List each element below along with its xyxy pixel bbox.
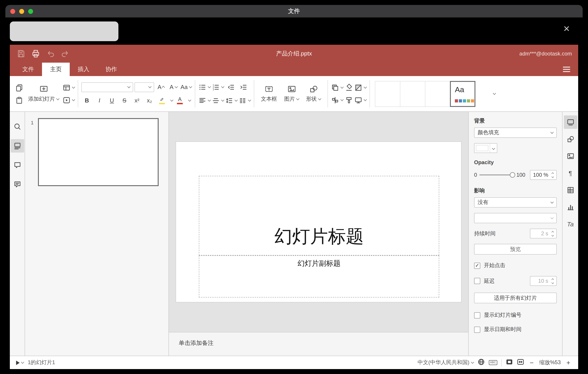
search-icon[interactable] xyxy=(10,120,24,133)
slide-settings-icon[interactable] xyxy=(564,115,577,129)
increase-font-icon[interactable]: A xyxy=(156,82,167,92)
arrange-shapes-icon[interactable] xyxy=(331,82,343,93)
bullet-list-icon[interactable] xyxy=(198,82,210,92)
background-fill-select[interactable]: 颜色填充 xyxy=(474,128,557,138)
paragraph-settings-icon[interactable]: ¶ xyxy=(564,166,577,180)
start-slideshow-icon[interactable] xyxy=(63,95,75,105)
theme-option-1[interactable] xyxy=(375,81,400,107)
comments-icon[interactable] xyxy=(10,158,24,172)
insert-image-button[interactable]: 图片 xyxy=(281,76,303,111)
maximize-window-button[interactable] xyxy=(28,9,33,14)
effect-variant-select[interactable] xyxy=(474,213,557,223)
copy-style-icon[interactable] xyxy=(343,95,354,105)
subtitle-placeholder[interactable]: 幻灯片副标题 xyxy=(199,255,439,297)
title-placeholder[interactable]: 幻灯片标题 xyxy=(199,176,439,255)
opacity-spinner[interactable]: 100 % xyxy=(530,170,557,180)
close-window-button[interactable] xyxy=(10,9,15,14)
notes-area[interactable]: 单击添加备注 xyxy=(169,332,468,356)
tab-insert[interactable]: 插入 xyxy=(70,63,97,76)
insert-shape-button[interactable]: 形状 xyxy=(303,76,324,111)
decrease-indent-icon[interactable] xyxy=(225,82,236,92)
fit-to-width-icon[interactable] xyxy=(517,358,524,367)
feedback-icon[interactable] xyxy=(10,178,24,191)
dialog-close-button[interactable]: × xyxy=(560,22,573,35)
show-date-time-checkbox[interactable] xyxy=(474,326,480,333)
color-picker-arrow-icon[interactable] xyxy=(490,143,497,153)
slide-canvas[interactable]: 幻灯片标题 幻灯片副标题 xyxy=(176,141,462,302)
delay-checkbox[interactable] xyxy=(474,278,480,284)
language-selector[interactable]: 中文(中华人民共和国) xyxy=(418,359,473,366)
slide-layout-icon[interactable] xyxy=(63,82,75,93)
zoom-level: 缩放%53 xyxy=(539,359,561,366)
tab-file[interactable]: 文件 xyxy=(14,63,42,76)
effect-select[interactable]: 没有 xyxy=(474,197,557,208)
font-color-button[interactable]: A xyxy=(174,95,185,106)
fit-to-slide-icon[interactable] xyxy=(506,358,513,367)
slides-panel-icon[interactable] xyxy=(10,139,24,153)
font-name-combo[interactable] xyxy=(81,82,133,92)
delay-spinner[interactable]: 10 s xyxy=(530,276,557,286)
shape-fill-icon[interactable] xyxy=(354,82,366,93)
print-icon[interactable] xyxy=(31,49,41,59)
highlight-color-button[interactable] xyxy=(156,95,168,106)
spinner-arrows[interactable] xyxy=(550,278,556,283)
columns-icon[interactable] xyxy=(239,95,251,106)
zoom-in-button[interactable]: + xyxy=(565,359,572,366)
slide-style-group xyxy=(354,76,366,111)
preview-button[interactable]: 预览 xyxy=(474,244,557,254)
apply-to-all-slides-button[interactable]: 适用于所有幻灯片 xyxy=(474,293,557,303)
tab-home[interactable]: 主页 xyxy=(42,63,70,76)
increase-indent-icon[interactable] xyxy=(238,82,249,92)
font-size-combo[interactable] xyxy=(135,82,154,92)
slide-thumbnail[interactable] xyxy=(38,118,159,186)
line-spacing-icon[interactable] xyxy=(225,95,237,106)
theme-gallery-expand-icon[interactable] xyxy=(488,81,498,107)
shape-settings-icon[interactable] xyxy=(564,132,577,146)
theme-option-3[interactable] xyxy=(425,81,450,107)
ribbon-tabs: 文件 主页 插入 协作 xyxy=(14,63,125,76)
spinner-arrows[interactable] xyxy=(550,173,556,177)
minimize-window-button[interactable] xyxy=(19,9,24,14)
save-icon[interactable] xyxy=(16,49,26,59)
effect-value: 没有 xyxy=(478,199,488,206)
table-settings-icon[interactable] xyxy=(564,183,577,197)
spellcheck-icon[interactable]: ABC xyxy=(489,360,497,365)
paste-icon[interactable] xyxy=(13,95,25,105)
duration-spinner[interactable]: 2 s xyxy=(530,229,557,238)
change-case-button[interactable]: Aa xyxy=(180,82,192,92)
undo-icon[interactable] xyxy=(46,49,55,59)
show-slide-number-checkbox[interactable] xyxy=(474,312,480,318)
image-settings-icon[interactable] xyxy=(564,149,577,163)
document-language-icon[interactable] xyxy=(477,358,484,367)
clear-style-icon[interactable] xyxy=(343,82,354,93)
superscript-button[interactable]: x² xyxy=(131,95,143,106)
bold-button[interactable]: B xyxy=(81,95,93,106)
tab-collaboration[interactable]: 协作 xyxy=(97,63,125,76)
opacity-slider-thumb[interactable] xyxy=(510,172,515,178)
opacity-slider[interactable] xyxy=(479,175,514,175)
vertical-align-icon[interactable] xyxy=(212,95,224,106)
strikethrough-button[interactable]: S xyxy=(119,95,130,106)
redo-icon[interactable] xyxy=(60,49,70,59)
italic-button[interactable]: I xyxy=(94,95,105,106)
numbered-list-icon[interactable]: 123 xyxy=(212,82,224,92)
align-shapes-icon[interactable] xyxy=(331,95,343,105)
theme-option-2[interactable] xyxy=(400,81,425,107)
start-on-click-checkbox[interactable]: ✓ xyxy=(474,262,480,269)
start-preview-button[interactable] xyxy=(16,360,24,365)
horizontal-align-icon[interactable] xyxy=(198,95,210,106)
underline-button[interactable]: U xyxy=(106,95,117,106)
slide-size-icon[interactable] xyxy=(354,95,366,105)
chart-settings-icon[interactable] xyxy=(564,200,577,214)
decrease-font-icon[interactable]: A xyxy=(168,82,179,92)
subscript-button[interactable]: x₂ xyxy=(144,95,155,106)
spinner-arrows[interactable] xyxy=(550,231,556,236)
copy-icon[interactable] xyxy=(13,82,25,93)
textart-settings-icon[interactable]: Ta xyxy=(564,217,577,231)
insert-textbox-button[interactable]: 文本框 xyxy=(257,76,281,111)
fill-color-picker[interactable] xyxy=(474,143,497,153)
theme-option-selected[interactable]: Aa xyxy=(450,81,475,107)
zoom-out-button[interactable]: − xyxy=(528,359,535,366)
hamburger-menu-icon[interactable] xyxy=(563,67,570,72)
add-slide-button[interactable]: 添加幻灯片 xyxy=(25,76,63,111)
